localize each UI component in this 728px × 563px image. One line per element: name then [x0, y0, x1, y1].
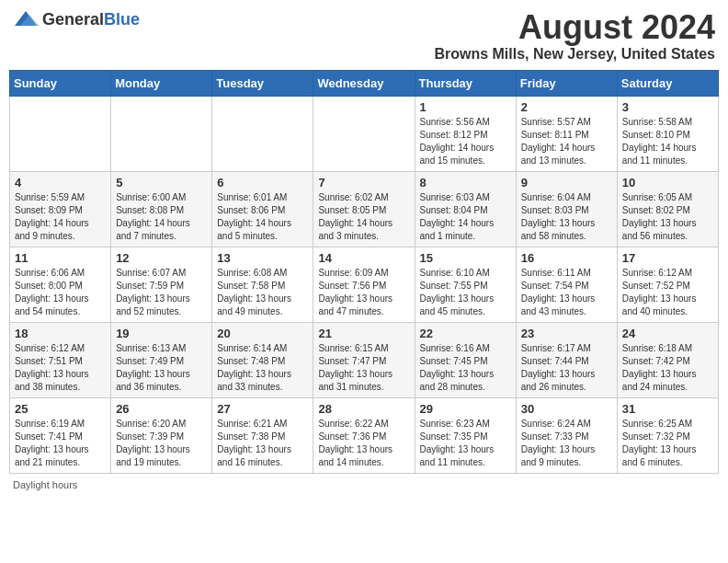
logo-text-blue: Blue — [104, 10, 140, 29]
calendar-cell: 23Sunrise: 6:17 AM Sunset: 7:44 PM Dayli… — [516, 322, 617, 397]
calendar-week-2: 4Sunrise: 5:59 AM Sunset: 8:09 PM Daylig… — [10, 171, 719, 247]
calendar-header-friday: Friday — [516, 70, 617, 96]
footer-note: Daylight hours — [9, 479, 719, 490]
day-info: Sunrise: 6:12 AM Sunset: 7:51 PM Dayligh… — [15, 342, 106, 394]
calendar-week-4: 18Sunrise: 6:12 AM Sunset: 7:51 PM Dayli… — [10, 322, 719, 397]
day-number: 23 — [521, 327, 612, 340]
day-number: 29 — [420, 402, 511, 416]
day-info: Sunrise: 6:16 AM Sunset: 7:45 PM Dayligh… — [420, 342, 511, 394]
day-number: 5 — [116, 176, 207, 190]
calendar-cell: 5Sunrise: 6:00 AM Sunset: 8:08 PM Daylig… — [111, 171, 212, 247]
main-title: August 2024 — [434, 9, 715, 46]
calendar-cell: 20Sunrise: 6:14 AM Sunset: 7:48 PM Dayli… — [212, 322, 313, 397]
calendar-header-saturday: Saturday — [617, 70, 718, 96]
calendar-cell: 9Sunrise: 6:04 AM Sunset: 8:03 PM Daylig… — [516, 171, 617, 247]
day-info: Sunrise: 5:59 AM Sunset: 8:09 PM Dayligh… — [15, 191, 106, 243]
calendar-header-monday: Monday — [111, 70, 212, 96]
day-info: Sunrise: 6:15 AM Sunset: 7:47 PM Dayligh… — [318, 342, 409, 394]
calendar-cell: 27Sunrise: 6:21 AM Sunset: 7:38 PM Dayli… — [212, 397, 313, 473]
day-info: Sunrise: 6:24 AM Sunset: 7:33 PM Dayligh… — [521, 418, 612, 469]
calendar-week-3: 11Sunrise: 6:06 AM Sunset: 8:00 PM Dayli… — [10, 247, 719, 322]
day-number: 8 — [420, 176, 511, 190]
day-info: Sunrise: 6:03 AM Sunset: 8:04 PM Dayligh… — [420, 191, 511, 243]
day-info: Sunrise: 5:56 AM Sunset: 8:12 PM Dayligh… — [420, 116, 511, 167]
calendar-cell: 29Sunrise: 6:23 AM Sunset: 7:35 PM Dayli… — [415, 397, 516, 473]
day-number: 19 — [116, 327, 207, 340]
calendar-cell — [10, 96, 111, 171]
calendar-cell: 25Sunrise: 6:19 AM Sunset: 7:41 PM Dayli… — [10, 397, 111, 473]
calendar-cell: 2Sunrise: 5:57 AM Sunset: 8:11 PM Daylig… — [516, 96, 617, 171]
calendar-cell: 15Sunrise: 6:10 AM Sunset: 7:55 PM Dayli… — [415, 247, 516, 322]
day-info: Sunrise: 6:05 AM Sunset: 8:02 PM Dayligh… — [622, 191, 713, 243]
day-number: 31 — [622, 402, 713, 416]
day-info: Sunrise: 6:02 AM Sunset: 8:05 PM Dayligh… — [318, 191, 409, 243]
calendar-cell: 28Sunrise: 6:22 AM Sunset: 7:36 PM Dayli… — [313, 397, 415, 473]
calendar-cell: 16Sunrise: 6:11 AM Sunset: 7:54 PM Dayli… — [516, 247, 617, 322]
day-number: 22 — [420, 327, 511, 340]
calendar-cell: 19Sunrise: 6:13 AM Sunset: 7:49 PM Dayli… — [111, 322, 212, 397]
calendar-cell: 12Sunrise: 6:07 AM Sunset: 7:59 PM Dayli… — [111, 247, 212, 322]
logo: GeneralBlue — [13, 9, 140, 29]
calendar-cell: 17Sunrise: 6:12 AM Sunset: 7:52 PM Dayli… — [617, 247, 718, 322]
calendar-cell: 30Sunrise: 6:24 AM Sunset: 7:33 PM Dayli… — [516, 397, 617, 473]
day-number: 10 — [622, 176, 713, 190]
day-number: 20 — [217, 327, 308, 340]
logo-text-general: General — [42, 10, 104, 29]
calendar-cell: 1Sunrise: 5:56 AM Sunset: 8:12 PM Daylig… — [415, 96, 516, 171]
day-number: 3 — [622, 100, 713, 114]
day-info: Sunrise: 6:07 AM Sunset: 7:59 PM Dayligh… — [116, 267, 207, 318]
day-info: Sunrise: 6:13 AM Sunset: 7:49 PM Dayligh… — [116, 342, 207, 394]
calendar-cell: 10Sunrise: 6:05 AM Sunset: 8:02 PM Dayli… — [617, 171, 718, 247]
day-info: Sunrise: 6:09 AM Sunset: 7:56 PM Dayligh… — [318, 267, 409, 318]
day-info: Sunrise: 6:11 AM Sunset: 7:54 PM Dayligh… — [521, 267, 612, 318]
calendar-cell: 22Sunrise: 6:16 AM Sunset: 7:45 PM Dayli… — [415, 322, 516, 397]
day-number: 4 — [15, 176, 106, 190]
day-info: Sunrise: 5:58 AM Sunset: 8:10 PM Dayligh… — [622, 116, 713, 167]
calendar-cell: 11Sunrise: 6:06 AM Sunset: 8:00 PM Dayli… — [10, 247, 111, 322]
day-info: Sunrise: 6:18 AM Sunset: 7:42 PM Dayligh… — [622, 342, 713, 394]
calendar-cell: 7Sunrise: 6:02 AM Sunset: 8:05 PM Daylig… — [313, 171, 415, 247]
calendar-cell: 21Sunrise: 6:15 AM Sunset: 7:47 PM Dayli… — [313, 322, 415, 397]
day-number: 18 — [15, 327, 106, 340]
day-info: Sunrise: 6:10 AM Sunset: 7:55 PM Dayligh… — [420, 267, 511, 318]
day-number: 16 — [521, 251, 612, 265]
day-info: Sunrise: 6:08 AM Sunset: 7:58 PM Dayligh… — [217, 267, 308, 318]
day-number: 24 — [622, 327, 713, 340]
calendar-cell: 6Sunrise: 6:01 AM Sunset: 8:06 PM Daylig… — [212, 171, 313, 247]
calendar-cell: 14Sunrise: 6:09 AM Sunset: 7:56 PM Dayli… — [313, 247, 415, 322]
day-number: 26 — [116, 402, 207, 416]
calendar-header-thursday: Thursday — [415, 70, 516, 96]
day-number: 9 — [521, 176, 612, 190]
day-info: Sunrise: 6:22 AM Sunset: 7:36 PM Dayligh… — [318, 418, 409, 469]
day-number: 28 — [318, 402, 409, 416]
day-number: 25 — [15, 402, 106, 416]
calendar-cell — [111, 96, 212, 171]
day-number: 27 — [217, 402, 308, 416]
calendar-cell: 26Sunrise: 6:20 AM Sunset: 7:39 PM Dayli… — [111, 397, 212, 473]
day-number: 6 — [217, 176, 308, 190]
subtitle: Browns Mills, New Jersey, United States — [434, 46, 715, 63]
calendar-cell: 31Sunrise: 6:25 AM Sunset: 7:32 PM Dayli… — [617, 397, 718, 473]
calendar-header-tuesday: Tuesday — [212, 70, 313, 96]
calendar-week-5: 25Sunrise: 6:19 AM Sunset: 7:41 PM Dayli… — [10, 397, 719, 473]
day-number: 30 — [521, 402, 612, 416]
day-info: Sunrise: 6:20 AM Sunset: 7:39 PM Dayligh… — [116, 418, 207, 469]
day-info: Sunrise: 6:00 AM Sunset: 8:08 PM Dayligh… — [116, 191, 207, 243]
calendar-header-row: SundayMondayTuesdayWednesdayThursdayFrid… — [10, 70, 719, 96]
logo-icon — [13, 9, 39, 29]
calendar-header-wednesday: Wednesday — [313, 70, 415, 96]
calendar-cell: 3Sunrise: 5:58 AM Sunset: 8:10 PM Daylig… — [617, 96, 718, 171]
calendar: SundayMondayTuesdayWednesdayThursdayFrid… — [9, 70, 719, 474]
calendar-cell — [313, 96, 415, 171]
calendar-cell: 4Sunrise: 5:59 AM Sunset: 8:09 PM Daylig… — [10, 171, 111, 247]
day-number: 12 — [116, 251, 207, 265]
day-number: 14 — [318, 251, 409, 265]
calendar-cell: 13Sunrise: 6:08 AM Sunset: 7:58 PM Dayli… — [212, 247, 313, 322]
calendar-cell: 18Sunrise: 6:12 AM Sunset: 7:51 PM Dayli… — [10, 322, 111, 397]
day-number: 1 — [420, 100, 511, 114]
day-info: Sunrise: 6:21 AM Sunset: 7:38 PM Dayligh… — [217, 418, 308, 469]
day-number: 13 — [217, 251, 308, 265]
day-info: Sunrise: 6:06 AM Sunset: 8:00 PM Dayligh… — [15, 267, 106, 318]
day-number: 7 — [318, 176, 409, 190]
day-info: Sunrise: 6:23 AM Sunset: 7:35 PM Dayligh… — [420, 418, 511, 469]
